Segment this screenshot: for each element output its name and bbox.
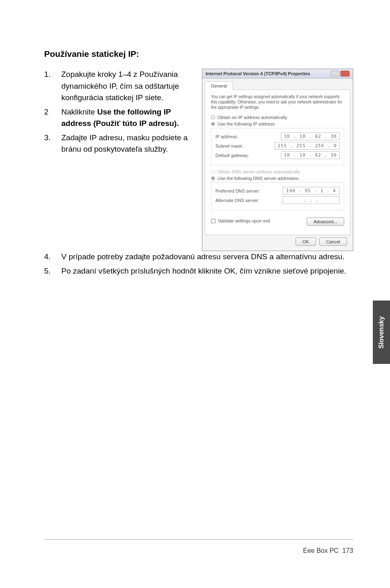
footer-page: 173 [342,547,353,554]
radio-obtain-ip[interactable]: Obtain an IP address automatically [211,115,344,120]
radio-label: Use the following DNS server addresses: [217,176,300,181]
step-text: V prípade potreby zadajte požadovanú adr… [61,251,353,263]
radio-label: Obtain DNS server address automatically [217,169,300,174]
step-5: 5. Po zadaní všetkých príslušných hodnôt… [44,265,353,277]
radio-icon [211,115,215,119]
footer-model: Eee Box PC [303,547,338,554]
step-number: 1. [44,69,61,104]
step-text: Zadajte IP adresu, masku podsiete a brán… [61,132,194,155]
dialog-description: You can get IP settings assigned automat… [211,94,344,110]
cancel-button[interactable]: Cancel [319,238,347,246]
dialog-title-text: Internet Protocol Version 4 (TCP/IPv4) P… [206,71,310,76]
step-number: 4. [44,251,61,263]
step-number: 2 [44,106,61,130]
step-number: 5. [44,265,61,277]
input-mask[interactable]: 255 . 255 . 255 . 0 [275,142,340,150]
radio-icon [211,122,215,126]
ok-button[interactable]: OK [296,238,316,246]
label-alt-dns: Alternate DNS server: [215,198,259,203]
step-1: 1. Zopakujte kroky 1–4 z Používania dyna… [44,69,194,104]
input-gateway[interactable]: 10 . 10 . 62 . 30 [281,151,340,159]
dialog-titlebar: Internet Protocol Version 4 (TCP/IPv4) P… [202,69,353,79]
step-3: 3. Zadajte IP adresu, masku podsiete a b… [44,132,194,155]
radio-obtain-dns: Obtain DNS server address automatically [211,169,344,174]
step-text-pre: Nakliknite [61,108,97,116]
language-tab: Slovensky [373,301,390,364]
radio-use-ip[interactable]: Use the following IP address: [211,121,344,126]
label-mask: Subnet mask: [215,144,243,148]
step-text: Nakliknite Use the following IP address … [61,106,194,130]
advanced-button[interactable]: Advanced... [307,218,344,226]
step-number: 3. [44,132,61,155]
screenshot-dialog: Internet Protocol Version 4 (TCP/IPv4) P… [202,69,353,251]
radio-label: Obtain an IP address automatically [217,115,287,120]
input-ip[interactable]: 10 . 10 . 62 . 30 [281,132,340,140]
page-footer: Eee Box PC 173 [303,547,353,554]
language-label: Slovensky [378,316,385,348]
radio-label: Use the following IP address: [217,121,276,126]
label-ip: IP address: [215,134,238,139]
label-pref-dns: Preferred DNS server: [215,189,260,193]
input-alt-dns[interactable]: . . . [282,196,340,204]
window-controls[interactable] [331,71,350,76]
radio-use-dns[interactable]: Use the following DNS server addresses: [211,176,344,181]
checkbox-icon [211,219,215,223]
input-pref-dns[interactable]: 198 . 95 . 1 . 4 [282,187,340,195]
step-4: 4. V prípade potreby zadajte požadovanú … [44,251,353,263]
help-icon[interactable] [331,71,340,76]
step-2: 2 Nakliknite Use the following IP addres… [44,106,194,130]
section-heading: Používanie statickej IP: [44,49,353,59]
radio-icon [211,170,215,174]
step-text: Zopakujte kroky 1–4 z Používania dynamic… [61,69,194,104]
tab-general[interactable]: General [205,81,233,90]
close-icon[interactable] [341,71,350,76]
radio-icon [211,176,215,180]
footer-divider [44,539,353,540]
checkbox-validate[interactable]: Validate settings upon exit [211,218,270,223]
checkbox-label: Validate settings upon exit [218,218,270,223]
step-text: Po zadaní všetkých príslušných hodnôt kl… [61,265,353,277]
label-gateway: Default gateway: [215,153,249,158]
